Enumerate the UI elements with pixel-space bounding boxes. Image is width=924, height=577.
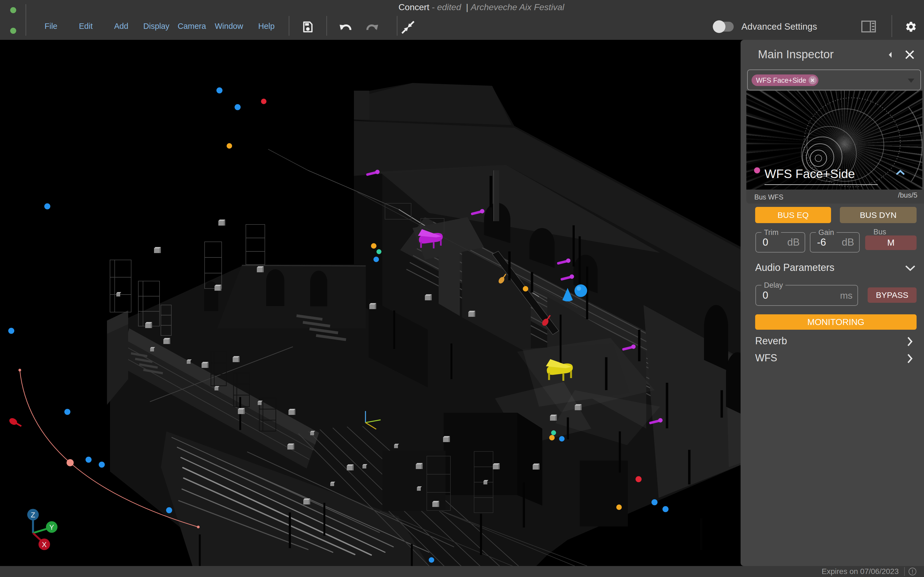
svg-text:X: X — [42, 540, 47, 549]
svg-text:Y: Y — [49, 523, 54, 531]
svg-text:Z: Z — [31, 511, 35, 519]
